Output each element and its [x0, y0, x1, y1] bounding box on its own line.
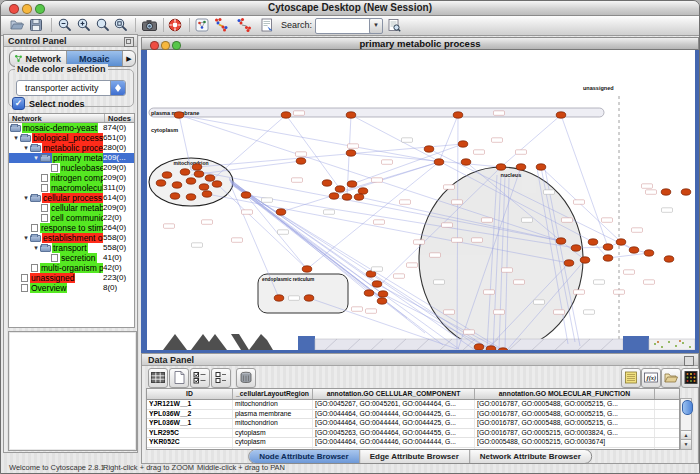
- tree-row[interactable]: ▾cellular process614(0): [9, 193, 134, 203]
- search-dropdown-arrow[interactable]: ▼: [369, 18, 383, 34]
- tree-row[interactable]: ▾metabolic process280(0): [9, 143, 134, 153]
- network-node[interactable]: [377, 298, 387, 304]
- table-row[interactable]: YJR121W__1mitochondrion[GO:0045267, GO:0…: [147, 400, 679, 410]
- tree-row[interactable]: nucleobase-209(0): [9, 163, 134, 173]
- column-header[interactable]: _cellularLayoutRegion: [233, 389, 313, 399]
- network-node[interactable]: [486, 346, 496, 350]
- tree-row[interactable]: ▾transport558(0): [9, 243, 134, 253]
- network-node[interactable]: [496, 164, 506, 170]
- network-node[interactable]: [346, 112, 356, 118]
- tree-row[interactable]: Overview8(0): [9, 283, 134, 293]
- network-node[interactable]: [644, 250, 654, 256]
- zoom-fit-icon[interactable]: [113, 17, 129, 33]
- tree-header-nodes[interactable]: Nodes: [105, 114, 131, 122]
- scrollbar-thumb[interactable]: [682, 400, 693, 415]
- unselect-attributes-icon[interactable]: [211, 368, 231, 388]
- function-builder-icon[interactable]: f(x): [641, 368, 661, 388]
- network-node[interactable]: [358, 188, 368, 194]
- network-node[interactable]: [296, 158, 306, 164]
- dropdown-stepper-icon[interactable]: [110, 81, 125, 95]
- network-node[interactable]: [170, 193, 180, 199]
- zoom-in-icon[interactable]: [76, 17, 92, 33]
- network-canvas[interactable]: plasma membranecytoplasmmitochondrionnuc…: [141, 50, 699, 353]
- network-node[interactable]: [434, 159, 444, 165]
- table-scrollbar[interactable]: ▲ ▼: [680, 398, 692, 450]
- tree-row[interactable]: nitrogen compo209(0): [9, 173, 134, 183]
- network-node[interactable]: [536, 164, 546, 170]
- network-node[interactable]: [354, 194, 364, 200]
- scroll-down-button[interactable]: ▼: [681, 439, 691, 449]
- copy-network-view-icon[interactable]: [213, 17, 229, 33]
- network-node[interactable]: [281, 112, 291, 118]
- network-node[interactable]: [162, 172, 172, 178]
- search-input[interactable]: [315, 18, 373, 34]
- select-nodes-checkbox[interactable]: ✓: [12, 97, 25, 110]
- search-index-icon[interactable]: [386, 17, 402, 33]
- open-session-icon[interactable]: [9, 17, 25, 33]
- import-attributes-icon[interactable]: [661, 368, 681, 388]
- network-node[interactable]: [192, 164, 202, 170]
- tree-row[interactable]: unassigned223(0): [9, 273, 134, 283]
- network-graph[interactable]: plasma membranecytoplasmmitochondrionnuc…: [147, 50, 695, 350]
- attribute-batch-editor-icon[interactable]: [621, 368, 641, 388]
- column-header[interactable]: annotation.GO MOLECULAR_FUNCTION: [475, 389, 655, 399]
- window-titlebar[interactable]: Cytoscape Desktop (New Session): [1, 1, 699, 16]
- network-view-titlebar[interactable]: primary metabolic process: [141, 37, 699, 50]
- float-panel-icon[interactable]: [124, 37, 134, 47]
- network-node[interactable]: [556, 238, 566, 244]
- network-node[interactable]: [346, 150, 356, 156]
- network-node[interactable]: [458, 141, 468, 147]
- network-node[interactable]: [378, 291, 388, 297]
- zoom-selected-icon[interactable]: [95, 17, 111, 33]
- expand-arrow-icon[interactable]: ▾: [32, 153, 40, 163]
- network-node[interactable]: [199, 184, 209, 190]
- expand-arrow-icon[interactable]: ▾: [22, 143, 30, 153]
- network-node[interactable]: [347, 181, 357, 187]
- network-node[interactable]: [461, 159, 471, 165]
- column-header[interactable]: annotation.GO CELLULAR_COMPONENT: [313, 389, 475, 399]
- new-attribute-icon[interactable]: [169, 368, 189, 388]
- minimize-window-button[interactable]: [22, 4, 32, 14]
- network-node[interactable]: [276, 209, 286, 215]
- create-network-view-icon[interactable]: [194, 17, 210, 33]
- network-node[interactable]: [616, 239, 626, 245]
- network-node[interactable]: [342, 194, 352, 200]
- tree-row[interactable]: mosaic-demo-yeast874(0): [9, 123, 134, 133]
- minimize-view-button[interactable]: [161, 41, 170, 50]
- expand-arrow-icon[interactable]: ▾: [12, 133, 20, 143]
- zoom-window-button[interactable]: [35, 4, 45, 14]
- birds-eye-view[interactable]: [8, 331, 137, 451]
- network-node[interactable]: [424, 146, 434, 152]
- network-node[interactable]: [304, 295, 314, 301]
- tree-row[interactable]: ▾biological_process651(0): [9, 133, 134, 143]
- tree-row[interactable]: ▾establishment of lo558(0): [9, 233, 134, 243]
- network-node[interactable]: [186, 194, 196, 200]
- network-node[interactable]: [212, 181, 222, 187]
- column-header[interactable]: ID: [147, 389, 233, 399]
- table-row[interactable]: YLR295Ccytoplasm[GO:0045263, GO:0044464,…: [147, 429, 679, 439]
- network-node[interactable]: [580, 257, 590, 263]
- zoom-out-icon[interactable]: [57, 17, 73, 33]
- tree-row[interactable]: cell communicat22(0): [9, 213, 134, 223]
- network-node[interactable]: [194, 171, 204, 177]
- select-attributes-icon[interactable]: [190, 368, 210, 388]
- network-node[interactable]: [322, 180, 332, 186]
- table-row[interactable]: YPL036W__1mitochondrion[GO:0044464, GO:0…: [147, 419, 679, 429]
- network-node[interactable]: [302, 266, 312, 272]
- network-node[interactable]: [329, 193, 339, 199]
- float-panel-icon[interactable]: [684, 356, 694, 366]
- network-node[interactable]: [372, 281, 382, 287]
- tree-header-network[interactable]: Network: [9, 114, 105, 122]
- delete-attribute-icon[interactable]: [236, 368, 256, 388]
- tree-row[interactable]: macromolecule311(0): [9, 183, 134, 193]
- network-node[interactable]: [681, 189, 691, 195]
- network-node[interactable]: [174, 112, 184, 118]
- network-node[interactable]: [603, 244, 613, 250]
- node-color-dropdown[interactable]: transporter activity: [16, 80, 126, 96]
- network-node[interactable]: [474, 344, 484, 350]
- expand-arrow-icon[interactable]: ▾: [22, 193, 30, 203]
- table-row[interactable]: YKR052Ccytoplasm[GO:0044464, GO:0044446,…: [147, 438, 679, 448]
- network-node[interactable]: [664, 256, 674, 262]
- network-node[interactable]: [603, 255, 613, 261]
- select-all-icon[interactable]: [148, 368, 168, 388]
